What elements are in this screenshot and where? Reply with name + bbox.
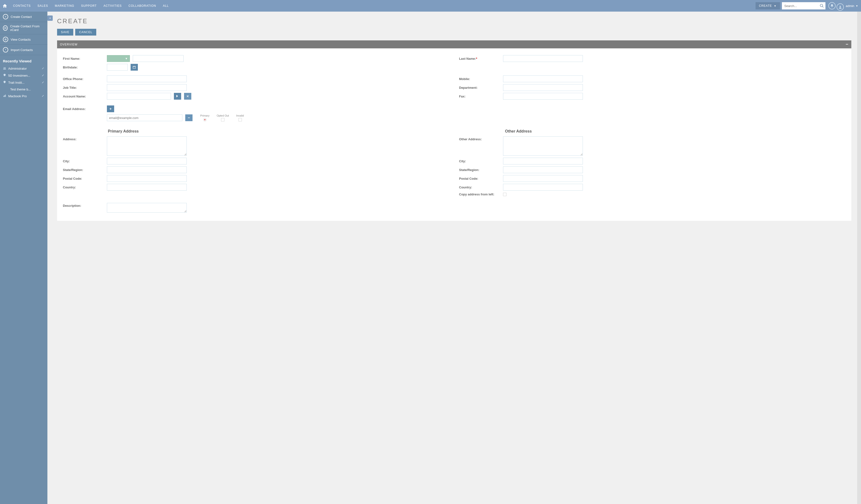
email-optout-checkbox[interactable] — [221, 118, 224, 121]
recent-item[interactable]: Macbook Pro — [0, 93, 47, 100]
description-input[interactable] — [107, 203, 187, 213]
search-input[interactable] — [782, 2, 825, 10]
recent-item[interactable]: 5D Investmen... — [0, 72, 47, 79]
user-avatar-icon[interactable] — [837, 3, 844, 11]
recent-item-label: 5D Investmen... — [8, 74, 40, 77]
sidebar-create-contact-vcard[interactable]: Create Contact From vCard — [0, 22, 47, 35]
sidebar: Create Contact Create Contact From vCard… — [0, 12, 47, 504]
pencil-icon[interactable] — [42, 74, 44, 77]
recent-item-label: Trait Instit... — [8, 81, 40, 84]
account-clear-button[interactable] — [184, 93, 191, 100]
nav-tab-contacts[interactable]: CONTACTS — [10, 0, 34, 12]
account-select-button[interactable] — [174, 93, 181, 100]
email-optout-label: Opted Out — [217, 114, 229, 117]
other-postal-input[interactable] — [503, 175, 583, 182]
svg-rect-10 — [133, 66, 136, 68]
postal-label: Postal Code: — [459, 177, 500, 180]
vcard-icon — [3, 25, 8, 31]
recent-item-label: Macbook Pro — [8, 94, 40, 98]
sidebar-view-contacts[interactable]: View Contacts — [0, 35, 47, 45]
svg-line-1 — [822, 6, 823, 8]
calendar-button[interactable] — [131, 64, 138, 71]
nav-tab-support[interactable]: SUPPORT — [78, 0, 100, 12]
email-options: Primary Opted Out Invalid — [200, 114, 244, 121]
office-phone-input[interactable] — [107, 76, 187, 82]
search-icon[interactable] — [820, 4, 824, 9]
scrollbar[interactable] — [857, 12, 861, 504]
primary-state-input[interactable] — [107, 166, 187, 173]
collapse-sidebar-button[interactable] — [47, 15, 53, 21]
postal-label: Postal Code: — [63, 177, 104, 180]
last-name-label: Last Name:* — [459, 57, 500, 60]
triangle-down-icon: ▼ — [125, 57, 128, 60]
nav-tab-all[interactable]: ALL — [159, 0, 172, 12]
create-dropdown-button[interactable]: CREATE ▼ — [755, 2, 780, 10]
primary-postal-input[interactable] — [107, 175, 187, 182]
nav-tab-collaboration[interactable]: COLLABORATION — [125, 0, 159, 12]
state-label: State/Region: — [459, 168, 500, 172]
fax-input[interactable] — [503, 93, 583, 100]
email-input[interactable] — [107, 114, 182, 121]
nav-tab-marketing[interactable]: MARKETING — [52, 0, 78, 12]
download-icon — [3, 47, 8, 53]
email-primary-radio[interactable] — [203, 118, 207, 121]
svg-point-6 — [5, 67, 5, 68]
bulb-icon — [3, 73, 6, 78]
nav-tab-sales[interactable]: SALES — [34, 0, 52, 12]
main-content: CREATE SAVE CANCEL OVERVIEW − First Name… — [47, 12, 857, 504]
panel-title: OVERVIEW — [60, 43, 78, 46]
primary-address-input[interactable] — [107, 136, 187, 156]
sidebar-action-label: Create Contact From vCard — [10, 24, 44, 32]
home-icon[interactable] — [0, 0, 10, 12]
other-address-input[interactable] — [503, 136, 583, 156]
pencil-icon[interactable] — [42, 81, 44, 84]
pencil-icon[interactable] — [42, 67, 44, 70]
user-menu[interactable]: admin ▼ — [846, 4, 858, 8]
chevron-down-icon: ▼ — [856, 4, 858, 7]
svg-rect-9 — [5, 95, 5, 97]
remove-email-button[interactable] — [185, 114, 192, 121]
email-invalid-label: Invalid — [236, 114, 244, 117]
account-name-input[interactable] — [107, 93, 171, 100]
primary-city-input[interactable] — [107, 158, 187, 164]
sidebar-import-contacts[interactable]: Import Contacts — [0, 45, 47, 55]
other-address-label: Other Address: — [459, 136, 500, 141]
recent-item[interactable]: Test theme b... — [0, 86, 47, 93]
svg-rect-7 — [3, 96, 4, 97]
sidebar-create-contact[interactable]: Create Contact — [0, 12, 47, 22]
copy-address-label: Copy address from left: — [459, 192, 500, 196]
add-email-button[interactable] — [107, 106, 114, 112]
save-button[interactable]: SAVE — [57, 29, 73, 36]
country-label: Country: — [459, 186, 500, 189]
mobile-input[interactable] — [503, 76, 583, 82]
job-title-input[interactable] — [107, 84, 187, 91]
office-phone-label: Office Phone: — [63, 77, 104, 81]
global-search — [782, 2, 825, 10]
svg-point-5 — [4, 67, 4, 68]
other-country-input[interactable] — [503, 184, 583, 191]
svg-point-2 — [839, 6, 841, 7]
other-city-input[interactable] — [503, 158, 583, 164]
birthdate-input[interactable] — [107, 64, 128, 71]
cancel-button[interactable]: CANCEL — [75, 29, 96, 36]
nav-tab-activities[interactable]: ACTIVITIES — [100, 0, 125, 12]
other-state-input[interactable] — [503, 166, 583, 173]
svg-point-4 — [5, 39, 6, 40]
recent-item[interactable]: Administrator — [0, 65, 47, 72]
notifications-icon[interactable] — [828, 2, 836, 10]
recent-item-label: Administrator — [8, 67, 40, 70]
eye-icon — [3, 37, 8, 42]
department-input[interactable] — [503, 84, 583, 91]
pencil-icon[interactable] — [42, 94, 44, 98]
collapse-panel-icon[interactable]: − — [846, 42, 848, 47]
salutation-dropdown[interactable]: ▼ — [107, 55, 130, 62]
primary-country-input[interactable] — [107, 184, 187, 191]
last-name-input[interactable] — [503, 55, 583, 62]
first-name-input[interactable] — [133, 55, 183, 62]
top-navbar: CONTACTS SALES MARKETING SUPPORT ACTIVIT… — [0, 0, 861, 12]
email-invalid-checkbox[interactable] — [238, 118, 242, 121]
copy-address-checkbox[interactable] — [503, 193, 506, 196]
recent-item[interactable]: Trait Instit... — [0, 79, 47, 86]
account-name-label: Account Name: — [63, 95, 104, 98]
city-label: City: — [459, 159, 500, 163]
